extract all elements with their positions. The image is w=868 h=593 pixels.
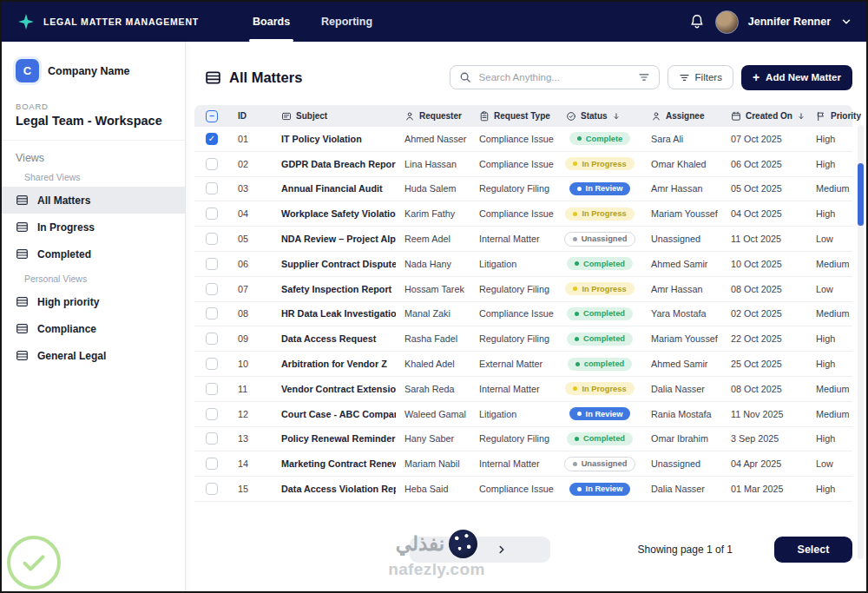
sidebar-item-in-progress[interactable]: In Progress	[2, 214, 185, 240]
table-row[interactable]: 02 GDPR Data Breach Report Lina Hassan C…	[194, 152, 852, 177]
cell-priority: Medium	[807, 259, 851, 269]
cell-subject: Policy Renewal Reminder	[273, 433, 396, 444]
table-row[interactable]: ✓ 01 IT Policy Violation Ahmed Nasser Co…	[194, 127, 852, 152]
table-row[interactable]: 07 Safety Inspection Report Hossam Tarek…	[194, 277, 852, 302]
search-box	[450, 65, 660, 89]
row-checkbox[interactable]	[206, 432, 218, 445]
cell-checkbox	[194, 233, 229, 245]
cell-assignee: Rania Mostafa	[642, 409, 722, 419]
sidebar-item-general-legal[interactable]: General Legal	[2, 342, 185, 369]
table-row[interactable]: 03 Annual Financial Audit Huda Salem Reg…	[194, 177, 852, 202]
chevron-down-icon[interactable]	[840, 16, 852, 28]
personal-views-list: High priorityComplianceGeneral Legal	[2, 288, 185, 369]
table-row[interactable]: 13 Policy Renewal Reminder Hany Saber Re…	[194, 427, 852, 452]
cell-id: 11	[229, 384, 273, 394]
status-dot-icon	[575, 337, 579, 341]
sidebar-item-high-priority[interactable]: High priority	[2, 288, 185, 315]
row-checkbox[interactable]: ✓	[206, 133, 218, 145]
row-checkbox[interactable]	[206, 258, 218, 270]
shared-views-label: Shared Views	[2, 166, 185, 187]
sidebar-item-all-matters[interactable]: All Matters	[2, 187, 185, 214]
table-row[interactable]: 06 Supplier Contract Dispute Nada Hany L…	[194, 252, 852, 277]
cell-assignee: Yara Mostafa	[642, 308, 722, 319]
column-header-assignee: Assignee	[642, 111, 722, 122]
row-checkbox[interactable]	[206, 408, 218, 420]
notifications-bell-icon[interactable]	[688, 13, 706, 30]
table-row[interactable]: 04 Workplace Safety Violation Karim Fath…	[194, 201, 852, 227]
user-avatar[interactable]	[715, 10, 739, 34]
row-checkbox[interactable]	[206, 483, 218, 495]
cell-status: In Progress	[557, 208, 642, 221]
cell-priority: Low	[807, 234, 851, 244]
cell-status: Completed	[557, 257, 642, 270]
cell-priority: Medium	[807, 384, 851, 394]
status-dot-icon	[573, 161, 577, 166]
cell-requester: Mariam Nabil	[396, 458, 470, 469]
status-dot-icon	[575, 312, 579, 316]
table-row[interactable]: 10 Arbitration for Vendor Z Khaled Adel …	[194, 352, 852, 377]
cell-id: 09	[229, 333, 273, 344]
scrollbar-thumb[interactable]	[858, 163, 864, 226]
tab-reporting[interactable]: Reporting	[306, 2, 388, 42]
select-button[interactable]: Select	[774, 537, 852, 563]
cell-assignee: Omar Ibrahim	[642, 433, 722, 444]
column-header-priority[interactable]: Priority	[807, 111, 851, 122]
column-header-created-on[interactable]: Created On	[722, 111, 807, 122]
cell-status: completed	[557, 358, 642, 371]
cell-priority: Medium	[807, 308, 851, 319]
row-checkbox[interactable]	[206, 358, 218, 370]
add-new-matter-button[interactable]: + Add New Matter	[741, 65, 852, 90]
cell-created-on: 10 Oct 2025	[722, 259, 807, 269]
cell-assignee: Mariam Youssef	[642, 333, 722, 344]
sort-lines-icon[interactable]	[638, 71, 650, 83]
select-all-checkbox[interactable]: –	[206, 110, 218, 122]
row-checkbox[interactable]	[206, 307, 218, 320]
row-checkbox[interactable]	[206, 158, 218, 170]
filters-button[interactable]: Filters	[667, 65, 733, 89]
company-row[interactable]: C Company Name	[2, 57, 185, 93]
navbar-right: Jennifer Renner	[688, 10, 852, 34]
sidebar-item-completed[interactable]: Completed	[2, 240, 185, 267]
row-checkbox[interactable]	[206, 233, 218, 245]
cell-subject: HR Data Leak Investigation	[273, 308, 396, 319]
cell-created-on: 11 Oct 2025	[722, 234, 807, 244]
sort-desc-icon[interactable]	[612, 112, 621, 121]
tab-boards[interactable]: Boards	[237, 2, 306, 42]
clipboard-icon	[479, 111, 490, 122]
cell-assignee: Ahmed Samir	[642, 259, 722, 269]
cell-subject: Annual Financial Audit	[273, 183, 396, 194]
cell-priority: High	[807, 333, 851, 344]
table-row[interactable]: 12 Court Case - ABC Company Waleed Gamal…	[194, 402, 852, 427]
row-checkbox[interactable]	[206, 208, 218, 220]
row-checkbox[interactable]	[206, 383, 218, 395]
table-row[interactable]: 14 Marketing Contract Renewal Mariam Nab…	[194, 451, 852, 477]
table-row[interactable]: 15 Data Access Violation Report Heba Sai…	[194, 477, 852, 502]
table-row[interactable]: 11 Vendor Contract Extension Sarah Reda …	[194, 377, 852, 402]
cell-created-on: 04 Oct 2025	[722, 208, 807, 219]
cell-subject: Data Access Request	[273, 333, 396, 344]
cell-id: 13	[229, 433, 273, 444]
cell-subject: Arbitration for Vendor Z	[273, 359, 396, 369]
cell-created-on: 05 Oct 2025	[722, 183, 807, 194]
cell-assignee: Dalia Nasser	[642, 384, 722, 394]
column-header-subject: Subject	[273, 111, 396, 122]
page-info: Showing page 1 of 1	[638, 544, 733, 556]
sidebar-item-compliance[interactable]: Compliance	[2, 315, 185, 342]
row-checkbox[interactable]	[206, 458, 218, 470]
table-row[interactable]: 09 Data Access Request Rasha Fadel Regul…	[194, 326, 852, 352]
cell-checkbox	[194, 358, 229, 370]
cell-status: Complete	[557, 132, 642, 145]
table-row[interactable]: 05 NDA Review – Project Alpha Reem Adel …	[194, 227, 852, 252]
search-input[interactable]	[477, 71, 632, 83]
cell-requester: Hany Saber	[396, 433, 470, 444]
table-row[interactable]: 08 HR Data Leak Investigation Manal Zaki…	[194, 302, 852, 327]
row-checkbox[interactable]	[206, 333, 218, 345]
cell-id: 05	[229, 234, 273, 244]
next-page-button[interactable]	[493, 541, 510, 558]
row-checkbox[interactable]	[206, 283, 218, 295]
sort-desc-icon[interactable]	[797, 112, 806, 121]
row-checkbox[interactable]	[206, 182, 218, 194]
status-dot-icon	[573, 212, 577, 216]
column-header-status[interactable]: Status	[557, 111, 642, 122]
status-badge: Unassigned	[564, 232, 636, 247]
